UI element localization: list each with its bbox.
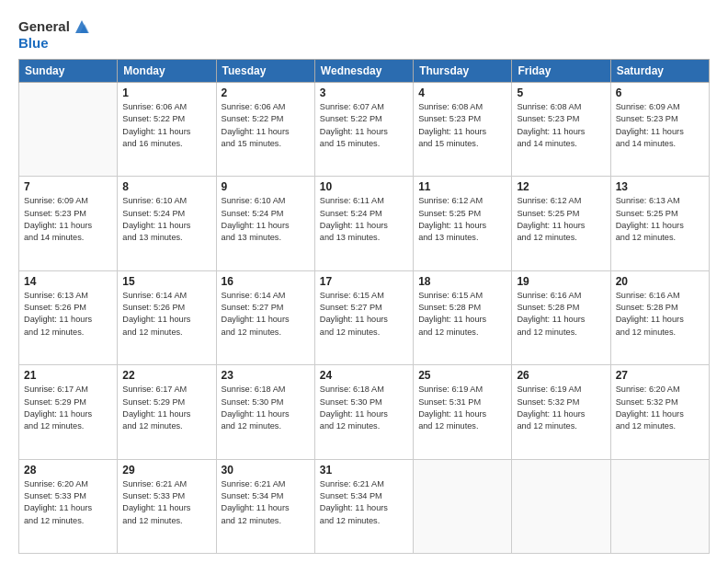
day-number: 5 bbox=[517, 86, 605, 99]
calendar-cell: 9Sunrise: 6:10 AM Sunset: 5:24 PM Daylig… bbox=[216, 177, 314, 270]
day-number: 1 bbox=[122, 86, 210, 99]
day-info: Sunrise: 6:18 AM Sunset: 5:30 PM Dayligh… bbox=[222, 384, 310, 432]
day-number: 29 bbox=[122, 464, 210, 477]
day-number: 16 bbox=[222, 275, 310, 288]
day-number: 12 bbox=[517, 180, 605, 193]
day-info: Sunrise: 6:17 AM Sunset: 5:29 PM Dayligh… bbox=[122, 384, 210, 432]
day-number: 6 bbox=[616, 86, 704, 99]
calendar-cell: 27Sunrise: 6:20 AM Sunset: 5:32 PM Dayli… bbox=[610, 365, 709, 459]
day-info: Sunrise: 6:12 AM Sunset: 5:25 PM Dayligh… bbox=[517, 195, 605, 244]
logo: General Blue bbox=[18, 17, 92, 52]
day-info: Sunrise: 6:11 AM Sunset: 5:24 PM Dayligh… bbox=[320, 195, 408, 244]
day-info: Sunrise: 6:10 AM Sunset: 5:24 PM Dayligh… bbox=[222, 195, 310, 244]
day-number: 17 bbox=[320, 275, 408, 288]
calendar-cell: 14Sunrise: 6:13 AM Sunset: 5:26 PM Dayli… bbox=[19, 270, 118, 364]
calendar-cell: 21Sunrise: 6:17 AM Sunset: 5:29 PM Dayli… bbox=[19, 365, 118, 459]
day-number: 19 bbox=[517, 275, 605, 288]
weekday-header: Monday bbox=[118, 60, 216, 83]
day-number: 18 bbox=[418, 275, 506, 288]
calendar-header-row: SundayMondayTuesdayWednesdayThursdayFrid… bbox=[19, 60, 710, 83]
calendar-cell: 12Sunrise: 6:12 AM Sunset: 5:25 PM Dayli… bbox=[512, 177, 610, 270]
calendar-cell bbox=[19, 83, 118, 177]
calendar-cell: 31Sunrise: 6:21 AM Sunset: 5:34 PM Dayli… bbox=[314, 459, 413, 553]
calendar-cell: 3Sunrise: 6:07 AM Sunset: 5:22 PM Daylig… bbox=[314, 83, 413, 177]
day-info: Sunrise: 6:20 AM Sunset: 5:32 PM Dayligh… bbox=[616, 384, 704, 432]
weekday-header: Thursday bbox=[414, 60, 512, 83]
day-info: Sunrise: 6:21 AM Sunset: 5:34 PM Dayligh… bbox=[222, 478, 310, 527]
calendar-cell: 11Sunrise: 6:12 AM Sunset: 5:25 PM Dayli… bbox=[414, 177, 512, 270]
day-info: Sunrise: 6:19 AM Sunset: 5:32 PM Dayligh… bbox=[517, 384, 605, 432]
calendar-week-row: 21Sunrise: 6:17 AM Sunset: 5:29 PM Dayli… bbox=[19, 365, 710, 459]
day-info: Sunrise: 6:13 AM Sunset: 5:26 PM Dayligh… bbox=[24, 290, 112, 339]
calendar-cell: 19Sunrise: 6:16 AM Sunset: 5:28 PM Dayli… bbox=[512, 270, 610, 364]
day-number: 26 bbox=[517, 369, 605, 382]
calendar-cell: 15Sunrise: 6:14 AM Sunset: 5:26 PM Dayli… bbox=[118, 270, 216, 364]
calendar-cell: 13Sunrise: 6:13 AM Sunset: 5:25 PM Dayli… bbox=[610, 177, 709, 270]
header: General Blue bbox=[18, 17, 710, 52]
calendar-cell: 7Sunrise: 6:09 AM Sunset: 5:23 PM Daylig… bbox=[19, 177, 118, 270]
day-info: Sunrise: 6:17 AM Sunset: 5:29 PM Dayligh… bbox=[24, 384, 112, 432]
calendar-cell: 18Sunrise: 6:15 AM Sunset: 5:28 PM Dayli… bbox=[414, 270, 512, 364]
calendar-cell: 10Sunrise: 6:11 AM Sunset: 5:24 PM Dayli… bbox=[314, 177, 413, 270]
day-info: Sunrise: 6:12 AM Sunset: 5:25 PM Dayligh… bbox=[418, 195, 506, 244]
day-info: Sunrise: 6:09 AM Sunset: 5:23 PM Dayligh… bbox=[24, 195, 112, 244]
day-number: 28 bbox=[24, 464, 112, 477]
day-number: 27 bbox=[616, 369, 704, 382]
day-info: Sunrise: 6:10 AM Sunset: 5:24 PM Dayligh… bbox=[122, 195, 210, 244]
calendar-cell: 25Sunrise: 6:19 AM Sunset: 5:31 PM Dayli… bbox=[414, 365, 512, 459]
calendar-cell: 24Sunrise: 6:18 AM Sunset: 5:30 PM Dayli… bbox=[314, 365, 413, 459]
weekday-header: Sunday bbox=[19, 60, 118, 83]
day-number: 8 bbox=[122, 180, 210, 193]
day-number: 11 bbox=[418, 180, 506, 193]
calendar-cell: 28Sunrise: 6:20 AM Sunset: 5:33 PM Dayli… bbox=[19, 459, 118, 553]
calendar-week-row: 1Sunrise: 6:06 AM Sunset: 5:22 PM Daylig… bbox=[19, 83, 710, 177]
day-number: 23 bbox=[222, 369, 310, 382]
logo-icon bbox=[72, 17, 92, 37]
calendar-cell bbox=[414, 459, 512, 553]
day-number: 2 bbox=[222, 86, 310, 99]
day-number: 7 bbox=[24, 180, 112, 193]
day-info: Sunrise: 6:08 AM Sunset: 5:23 PM Dayligh… bbox=[418, 101, 506, 150]
calendar-cell bbox=[512, 459, 610, 553]
day-info: Sunrise: 6:19 AM Sunset: 5:31 PM Dayligh… bbox=[418, 384, 506, 432]
calendar-cell: 4Sunrise: 6:08 AM Sunset: 5:23 PM Daylig… bbox=[414, 83, 512, 177]
day-number: 25 bbox=[418, 369, 506, 382]
day-info: Sunrise: 6:15 AM Sunset: 5:28 PM Dayligh… bbox=[418, 290, 506, 339]
day-number: 31 bbox=[320, 464, 408, 477]
weekday-header: Tuesday bbox=[216, 60, 314, 83]
calendar-cell: 20Sunrise: 6:16 AM Sunset: 5:28 PM Dayli… bbox=[610, 270, 709, 364]
day-info: Sunrise: 6:06 AM Sunset: 5:22 PM Dayligh… bbox=[222, 101, 310, 150]
calendar-cell: 17Sunrise: 6:15 AM Sunset: 5:27 PM Dayli… bbox=[314, 270, 413, 364]
day-number: 14 bbox=[24, 275, 112, 288]
calendar-cell: 16Sunrise: 6:14 AM Sunset: 5:27 PM Dayli… bbox=[216, 270, 314, 364]
day-number: 9 bbox=[222, 180, 310, 193]
day-info: Sunrise: 6:15 AM Sunset: 5:27 PM Dayligh… bbox=[320, 290, 408, 339]
weekday-header: Friday bbox=[512, 60, 610, 83]
calendar-week-row: 14Sunrise: 6:13 AM Sunset: 5:26 PM Dayli… bbox=[19, 270, 710, 364]
calendar-cell bbox=[610, 459, 709, 553]
day-number: 20 bbox=[616, 275, 704, 288]
weekday-header: Saturday bbox=[610, 60, 709, 83]
calendar-cell: 8Sunrise: 6:10 AM Sunset: 5:24 PM Daylig… bbox=[118, 177, 216, 270]
day-number: 15 bbox=[122, 275, 210, 288]
day-info: Sunrise: 6:09 AM Sunset: 5:23 PM Dayligh… bbox=[616, 101, 704, 150]
day-info: Sunrise: 6:16 AM Sunset: 5:28 PM Dayligh… bbox=[517, 290, 605, 339]
day-info: Sunrise: 6:21 AM Sunset: 5:33 PM Dayligh… bbox=[122, 478, 210, 527]
calendar-cell: 26Sunrise: 6:19 AM Sunset: 5:32 PM Dayli… bbox=[512, 365, 610, 459]
weekday-header: Wednesday bbox=[314, 60, 413, 83]
day-info: Sunrise: 6:21 AM Sunset: 5:34 PM Dayligh… bbox=[320, 478, 408, 527]
day-number: 21 bbox=[24, 369, 112, 382]
day-number: 4 bbox=[418, 86, 506, 99]
calendar-cell: 22Sunrise: 6:17 AM Sunset: 5:29 PM Dayli… bbox=[118, 365, 216, 459]
calendar-cell: 6Sunrise: 6:09 AM Sunset: 5:23 PM Daylig… bbox=[610, 83, 709, 177]
day-info: Sunrise: 6:06 AM Sunset: 5:22 PM Dayligh… bbox=[122, 101, 210, 150]
logo-general: General bbox=[18, 18, 70, 35]
calendar-cell: 29Sunrise: 6:21 AM Sunset: 5:33 PM Dayli… bbox=[118, 459, 216, 553]
day-number: 3 bbox=[320, 86, 408, 99]
calendar-cell: 5Sunrise: 6:08 AM Sunset: 5:23 PM Daylig… bbox=[512, 83, 610, 177]
day-info: Sunrise: 6:18 AM Sunset: 5:30 PM Dayligh… bbox=[320, 384, 408, 432]
day-info: Sunrise: 6:14 AM Sunset: 5:26 PM Dayligh… bbox=[122, 290, 210, 339]
day-info: Sunrise: 6:20 AM Sunset: 5:33 PM Dayligh… bbox=[24, 478, 112, 527]
page: General Blue SundayMondayTuesdayWednesda… bbox=[0, 0, 728, 563]
day-number: 22 bbox=[122, 369, 210, 382]
